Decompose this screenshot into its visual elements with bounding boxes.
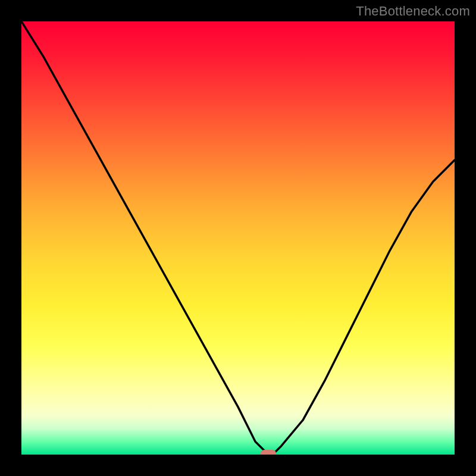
watermark-text: TheBottleneck.com <box>356 4 470 19</box>
optimal-marker <box>261 450 276 455</box>
chart-frame: TheBottleneck.com <box>0 0 476 476</box>
bottleneck-curve <box>21 21 455 455</box>
plot-area <box>21 21 455 455</box>
